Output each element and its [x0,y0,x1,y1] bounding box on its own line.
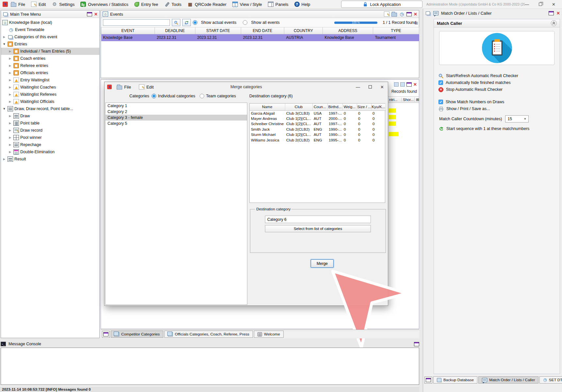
show-print-save[interactable]: Show / Print / Save as... [438,106,555,112]
clock-icon[interactable]: ◷ [399,11,405,17]
checkbox-checked-icon[interactable]: ✓ [438,100,443,104]
expander-icon[interactable]: ▼ [2,107,6,110]
tab-set-dtm[interactable]: ◷SET DTM [539,376,562,384]
close-icon[interactable]: ✕ [552,2,555,7]
countdown-select[interactable]: 15 ▼ [505,115,529,122]
expander-icon[interactable]: ▶ [8,86,12,89]
expander-icon[interactable]: ▶ [8,50,12,53]
tab-backup-database[interactable]: Backup Database [433,376,477,384]
expander-icon[interactable]: ▶ [8,100,12,103]
expander-icon[interactable]: ▶ [8,143,12,146]
category-list-item[interactable]: Category 2 [106,109,247,115]
expander-icon[interactable]: ▶ [8,71,12,74]
merge-button[interactable]: Merge [311,259,334,268]
menu-file[interactable]: File [8,0,28,8]
event-search-input[interactable] [103,19,170,26]
restore-icon[interactable] [539,3,542,6]
tree-item-draw[interactable]: ▶Draw [1,112,99,120]
column-chooser-icon[interactable]: ⊞ [415,21,418,25]
tree-item-draw-record[interactable]: ▶Draw record [1,127,99,134]
member-row[interactable]: Mayer AndreasClub 1[2](CL...AUT2000-...0… [250,116,386,122]
minimize-icon[interactable]: — [525,2,529,7]
expander-icon[interactable]: ▶ [2,157,6,161]
menu-help[interactable]: ?Help [291,0,313,8]
tree-item-waitinglist-officials[interactable]: ▶Waitinglist Officials [1,98,99,105]
show-all-events-radio[interactable] [243,20,247,25]
start-sequence-action[interactable]: Start sequence with 1 at these matchnumb… [438,125,555,132]
column-header[interactable]: Size / ... [357,104,371,110]
member-row[interactable]: Smith JackClub 2(CLB2)ENG1990-...000 [250,127,386,132]
menu-settings[interactable]: ⚙Settings [49,0,77,8]
column-header[interactable]: Shor... [401,98,414,102]
team-categories-radio[interactable] [200,94,204,98]
column-header[interactable]: Name [250,104,285,110]
menu-view-style[interactable]: View / Style [229,0,265,8]
show-actual-events-radio[interactable] [193,20,197,25]
tree-item-officials-entries[interactable]: ▶Officials entries [1,69,99,76]
tree-item-repechage[interactable]: ▶Repechage [1,141,99,148]
expander-icon[interactable]: ▶ [8,64,12,67]
tree-item-result[interactable]: ▶Result [1,155,99,163]
tree-item-waitinglist-coaches[interactable]: ▶Waitinglist Coaches [1,84,99,91]
expander-icon[interactable]: ▼ [2,42,6,46]
save-icon[interactable] [400,82,405,87]
menu-qrcode-reader[interactable]: ▦QRCode Reader [184,0,229,8]
menu-overviews-statistics[interactable]: Overviews / Statistics [77,0,131,8]
tab-match-order-lists-caller[interactable]: Match Order / Lists / Caller [478,376,538,384]
expander-icon[interactable]: ▶ [8,129,12,132]
tree-item-individual-team-entries[interactable]: ▶Individual / Team Entries (5) [1,48,99,55]
show-match-numbers-checkbox[interactable]: ✓ Show Match Numbers on Draws [438,99,555,105]
folder-icon[interactable] [391,13,397,17]
maximize-icon[interactable] [406,82,412,87]
member-row[interactable]: Sturm MichaelClub 1[2](CL...AUT1990-...0… [250,132,386,138]
column-header[interactable]: DEADLINE [155,27,195,34]
maximize-icon[interactable] [87,12,92,16]
tab-officials-categories[interactable]: Officials Categories, Coach, Referee, Pr… [164,331,253,338]
menu-entry-fee[interactable]: Entry fee [131,0,161,8]
panel-window-button[interactable] [424,377,432,384]
message-console-body[interactable] [1,348,419,385]
tree-item-entries[interactable]: ▼Entries [1,41,99,48]
panel-window-button[interactable] [102,331,110,338]
expander-icon[interactable]: ▶ [8,114,12,118]
expander-icon[interactable]: ▶ [8,93,12,96]
search-button[interactable] [172,19,180,26]
minimize-icon[interactable]: — [356,85,360,90]
member-row[interactable]: Williams JessicaClub 2(CLB2)ENG1995-...0… [250,138,386,143]
close-icon[interactable]: ✕ [94,12,98,16]
column-header[interactable]: TYPE [373,27,419,34]
category-list-item-selected[interactable]: Category 3 - female [106,115,247,121]
tree-item-point-table[interactable]: ▶Point table [1,120,99,127]
member-row[interactable]: Garcia AbigailClub 3(CLB3)USA1997-...000 [250,110,386,116]
destination-category-input[interactable] [265,216,371,223]
menu-edit[interactable]: Edit [28,0,49,8]
column-header[interactable]: Club [285,104,312,110]
column-header[interactable]: START DATE [195,27,241,34]
tree-item-waitinglist-referees[interactable]: ▶Waitinglist Referees [1,91,99,98]
dialog-menu-edit[interactable]: Edit [136,82,157,92]
column-header[interactable]: EVENT [101,27,155,34]
tree-item-double-elimination[interactable]: ▶Double-Elimination [1,148,99,155]
event-row-selected[interactable]: Knowledge Base 2023.12.31 2023.12.31 202… [101,34,419,41]
maximize-icon[interactable] [549,11,554,15]
column-header[interactable]: Kyu/K... [371,104,386,110]
tree-item-draw-group[interactable]: ▼Draw, Draw record, Point table... [1,105,99,112]
tree-item-knowledge-base[interactable]: ⌂Knowledge Base (local) [1,19,99,26]
checkbox-checked-icon[interactable]: ✓ [438,80,443,85]
menu-tools[interactable]: Tools [161,0,184,8]
close-icon[interactable]: ✕ [380,85,384,90]
tab-welcome[interactable]: Welcome [254,331,284,338]
column-header[interactable]: COUNTRY [284,27,323,34]
maximize-icon[interactable] [369,85,372,89]
print-icon[interactable] [394,82,399,87]
expander-icon[interactable]: ▶ [8,150,12,154]
column-header[interactable]: END DATE [241,27,284,34]
collapse-chevron-icon[interactable] [551,20,557,26]
close-icon[interactable]: ✕ [414,12,417,16]
category-list-item[interactable]: Category 1 [106,103,247,109]
individual-categories-radio[interactable] [152,94,156,98]
tree-item-coach-entries[interactable]: ▶Coach entries [1,55,99,62]
tree-item-entry-waitinglist[interactable]: ▶Entry Waitinglist [1,76,99,84]
lock-application-button[interactable]: Lock Application [341,1,422,8]
close-icon[interactable]: ✕ [556,11,560,15]
